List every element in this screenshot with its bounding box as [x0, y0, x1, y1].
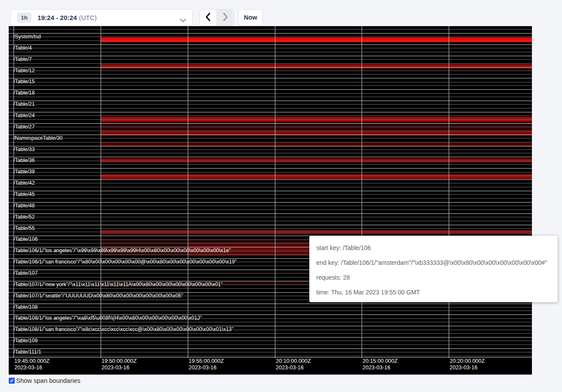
span-boundary-line [9, 85, 532, 86]
time-gridline [362, 26, 362, 358]
span-boundary-line [9, 149, 532, 150]
span-boundary-line [9, 119, 532, 120]
span-boundary-line [9, 161, 532, 161]
span-boundary-line [9, 304, 532, 304]
heat-band [101, 174, 532, 179]
row-label: /Table/42 [14, 180, 35, 186]
span-boundary-line [9, 127, 532, 127]
row-label: /Table/108/1/"los angeles"/"\xa8\xf5\u00… [14, 315, 202, 321]
row-label: /Table/4 [14, 45, 32, 51]
span-boundary-line [9, 341, 532, 341]
prev-range-button[interactable] [200, 10, 217, 25]
span-boundary-line [9, 345, 532, 345]
time-gridline [449, 26, 449, 358]
tooltip-line: time: Thu, 16 Mar 2023 19:55:00 GMT [316, 285, 551, 300]
row-label: /NamespaceTable/30 [14, 135, 63, 141]
next-range-button[interactable] [217, 10, 233, 25]
now-button[interactable]: Now [238, 9, 263, 26]
row-label: /Table/107 [14, 270, 37, 276]
span-boundary-line [9, 74, 532, 74]
span-boundary-line [9, 168, 532, 169]
row-label: /Table/109 [14, 338, 37, 344]
span-boundary-line [9, 115, 532, 116]
time-gridline [188, 26, 188, 358]
row-label: /Table/48 [14, 203, 35, 209]
chevron-left-icon [204, 12, 213, 24]
span-boundary-line [9, 138, 532, 139]
span-boundary-line [9, 157, 532, 157]
span-boundary-line [9, 41, 532, 41]
span-boundary-line [9, 44, 532, 45]
row-label: /Table/55 [14, 226, 35, 231]
row-label: /Table/18 [14, 90, 35, 96]
span-boundary-line [9, 82, 532, 82]
span-boundary-line [9, 78, 532, 78]
axis-label: 19:45:00.000Z2023-03-16 [14, 358, 50, 371]
span-boundary-line [9, 59, 532, 60]
span-boundary-line [9, 210, 532, 210]
row-label: /Table/45 [14, 192, 35, 197]
row-label: /Table/39 [14, 169, 35, 175]
row-label: /Table/21 [14, 101, 35, 107]
row-label: /Table/52 [14, 214, 35, 220]
row-label: /Table/36 [14, 158, 35, 163]
span-boundary-line [9, 225, 532, 225]
span-boundary-line [9, 232, 532, 232]
heat-band [101, 230, 532, 234]
span-boundary-line [9, 348, 532, 349]
span-boundary-line [9, 228, 532, 229]
axis-label: 19:50:00.000Z2023-03-16 [102, 358, 137, 371]
span-boundary-line [9, 67, 532, 68]
span-boundary-line [9, 164, 532, 165]
show-span-boundaries-label: Show span boundaries [16, 377, 81, 384]
axis-label: 20:10:00.000Z2023-03-16 [276, 358, 311, 371]
time-gridline [101, 26, 101, 358]
span-boundary-line [9, 104, 532, 105]
span-boundary-line [9, 357, 532, 358]
row-label: /Table/108/1/"san francisco"/"\x8c\xcc\x… [14, 327, 234, 332]
row-label: /Table/33 [14, 147, 35, 152]
span-boundary-line [9, 63, 532, 64]
span-boundary-line [9, 153, 532, 153]
span-boundary-line [9, 89, 532, 90]
span-boundary-line [9, 142, 532, 142]
axis-label: 20:15:00.000Z2023-03-16 [362, 358, 398, 371]
span-boundary-line [9, 307, 532, 308]
span-boundary-line [9, 191, 532, 191]
span-boundary-line [9, 135, 532, 135]
span-boundary-line [9, 352, 532, 352]
range-label: 19:24 - 20:24 [37, 14, 77, 21]
row-label: /Table/111/1 [14, 349, 41, 355]
span-boundary-line [9, 71, 532, 71]
tooltip-line: requests: 28 [316, 270, 551, 285]
key-visualizer-page: 1h 19:24 - 20:24 (UTC) Now /System/tsd/T… [0, 0, 562, 392]
row-label: /Table/106/1/"los angeles"/"\x99\x99\x99… [14, 248, 231, 253]
span-boundary-line [9, 194, 532, 195]
range-nav-group [200, 9, 234, 26]
hover-tooltip: start key: /Table/106end key: /Table/106… [309, 236, 558, 302]
heat-band [101, 64, 532, 69]
time-range-picker[interactable]: 1h 19:24 - 20:24 (UTC) [10, 9, 193, 26]
heat-band [101, 142, 532, 147]
span-boundary-line [9, 311, 532, 311]
row-label: /Table/24 [14, 113, 35, 118]
tooltip-line: start key: /Table/106 [316, 240, 551, 255]
row-label: /Table/106/1/"san francisco"/"\x80\x00\x… [14, 259, 237, 265]
row-label: /Table/15 [14, 79, 35, 84]
span-boundary-line [9, 108, 532, 108]
key-visualizer-canvas[interactable]: /System/tsd/Table/4/Table/7/Table/12/Tab… [9, 26, 532, 375]
span-boundary-line [9, 183, 532, 183]
row-label: /Table/12 [14, 68, 35, 74]
time-gridline [275, 26, 275, 358]
span-boundary-line [9, 101, 532, 101]
footer: ✓ Show span boundaries [9, 377, 81, 384]
row-label: /Table/106 [14, 237, 37, 242]
row-label: /Table/107/1/"seattle"/"UUUUUUD\x00\x80\… [14, 293, 183, 299]
row-label: /Table/7 [14, 57, 32, 62]
span-boundary-line [9, 213, 532, 214]
range-timezone: (UTC) [79, 14, 97, 21]
span-boundary-line [9, 97, 532, 97]
row-label: /System/tsd [14, 34, 41, 40]
show-span-boundaries-checkbox[interactable]: ✓ [9, 378, 15, 384]
tooltip-line: end key: /Table/106/1/"amsterdam"/"\xb33… [316, 255, 551, 270]
